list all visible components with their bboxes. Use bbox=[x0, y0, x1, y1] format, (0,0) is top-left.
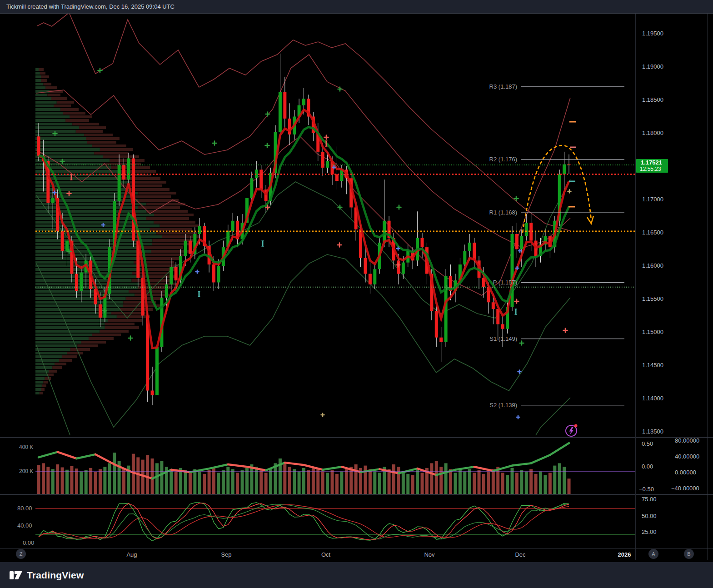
svg-text:−0.50: −0.50 bbox=[639, 486, 654, 493]
svg-text:1.13500: 1.13500 bbox=[642, 428, 663, 435]
svg-text:1.14500: 1.14500 bbox=[642, 362, 663, 369]
svg-text:1.19000: 1.19000 bbox=[642, 63, 663, 70]
svg-text:Z: Z bbox=[20, 551, 23, 557]
axis-button-b[interactable]: B bbox=[684, 549, 694, 559]
top-attribution-bar: Tickmill created with TradingView.com, D… bbox=[0, 0, 713, 13]
svg-text:40.00: 40.00 bbox=[17, 522, 32, 529]
svg-text:R1 (1.168): R1 (1.168) bbox=[489, 209, 517, 216]
svg-text:12:55:23: 12:55:23 bbox=[640, 166, 661, 172]
svg-text:1.16500: 1.16500 bbox=[642, 229, 663, 236]
attribution-text: Tickmill created with TradingView.com, D… bbox=[6, 3, 175, 10]
tradingview-logo[interactable]: TradingView bbox=[9, 569, 84, 581]
svg-text:1.15000: 1.15000 bbox=[642, 329, 663, 335]
svg-text:50.00: 50.00 bbox=[642, 513, 657, 519]
svg-text:Nov: Nov bbox=[424, 551, 435, 558]
svg-text:400 K: 400 K bbox=[19, 444, 33, 450]
svg-text:80.00000: 80.00000 bbox=[675, 437, 699, 444]
svg-text:0.00000: 0.00000 bbox=[675, 469, 696, 476]
svg-text:1.14000: 1.14000 bbox=[642, 395, 663, 402]
axis-button-a[interactable]: A bbox=[648, 549, 658, 559]
svg-text:B: B bbox=[687, 551, 690, 557]
svg-text:S1 (1.149): S1 (1.149) bbox=[489, 335, 517, 342]
svg-text:R3 (1.187): R3 (1.187) bbox=[489, 83, 517, 90]
svg-text:80.00: 80.00 bbox=[17, 505, 32, 512]
svg-text:0.50: 0.50 bbox=[642, 440, 653, 447]
svg-text:1.16000: 1.16000 bbox=[642, 262, 663, 269]
svg-text:1.19500: 1.19500 bbox=[642, 30, 663, 37]
svg-text:A: A bbox=[652, 551, 655, 557]
svg-text:Oct: Oct bbox=[321, 551, 331, 558]
svg-text:R2 (1.176): R2 (1.176) bbox=[489, 156, 517, 163]
svg-text:1.17521: 1.17521 bbox=[641, 159, 662, 166]
svg-text:Aug: Aug bbox=[126, 551, 137, 558]
svg-text:S2 (1.139): S2 (1.139) bbox=[489, 402, 517, 409]
svg-text:40.00000: 40.00000 bbox=[675, 453, 699, 460]
svg-text:2026: 2026 bbox=[618, 551, 631, 558]
svg-text:25.00: 25.00 bbox=[642, 528, 657, 535]
svg-text:1.18000: 1.18000 bbox=[642, 130, 663, 136]
svg-text:75.00: 75.00 bbox=[642, 496, 657, 503]
svg-text:200 K: 200 K bbox=[19, 468, 33, 474]
axis-button-z[interactable]: Z bbox=[16, 549, 26, 559]
tradingview-logo-icon bbox=[9, 569, 23, 581]
svg-text:0.00: 0.00 bbox=[23, 539, 34, 546]
svg-text:1.17000: 1.17000 bbox=[642, 196, 663, 203]
tradingview-window: Tickmill created with TradingView.com, D… bbox=[0, 0, 713, 588]
svg-text:P (1.157): P (1.157) bbox=[493, 279, 517, 286]
svg-text:Dec: Dec bbox=[515, 551, 526, 558]
chart-canvas[interactable]: R3 (1.187)R2 (1.176)R1 (1.168)P (1.157)S… bbox=[0, 0, 713, 562]
current-price-label: 1.1752112:55:23 bbox=[636, 159, 668, 173]
svg-text:1.15500: 1.15500 bbox=[642, 295, 663, 302]
svg-text:−40.00000: −40.00000 bbox=[671, 485, 699, 492]
svg-text:Sep: Sep bbox=[221, 551, 231, 558]
svg-text:1.18500: 1.18500 bbox=[642, 96, 663, 103]
tradingview-logo-text: TradingView bbox=[27, 570, 84, 581]
footer-bar: TradingView bbox=[0, 562, 713, 588]
svg-text:0.00: 0.00 bbox=[642, 463, 653, 470]
